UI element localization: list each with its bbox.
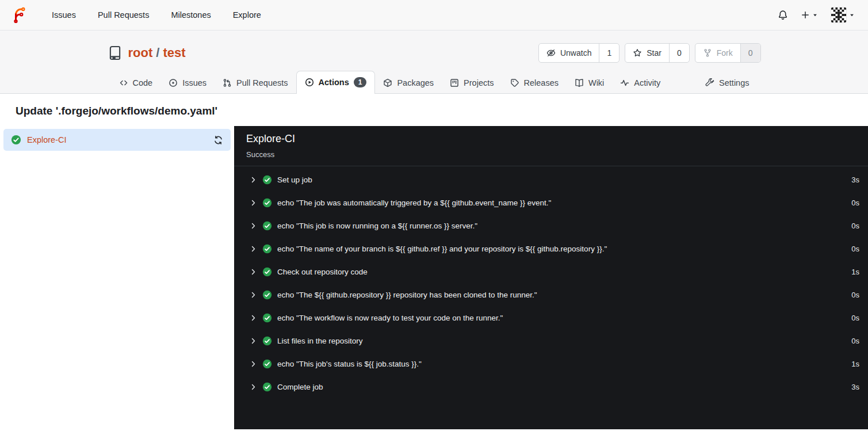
actions-run-page: Update '.forgejo/workflows/demo.yaml' Ex… <box>0 94 868 429</box>
repo-owner-link[interactable]: root <box>128 45 153 60</box>
forgejo-logo-icon <box>12 7 28 23</box>
step-duration: 3s <box>851 383 859 391</box>
step-name: echo "The name of your branch is ${{ git… <box>277 245 607 253</box>
step-row[interactable]: echo "The workflow is now ready to test … <box>234 306 868 329</box>
tab-issues-label: Issues <box>182 78 207 87</box>
step-row[interactable]: echo "This job is now running on a ${{ r… <box>234 214 868 237</box>
tab-releases[interactable]: Releases <box>502 73 567 93</box>
chevron-right-icon <box>250 268 257 276</box>
issue-circle-dot-icon <box>169 78 178 87</box>
step-duration: 0s <box>851 199 859 207</box>
chevron-right-icon <box>250 245 257 253</box>
fork-label: Fork <box>717 48 733 58</box>
tab-settings[interactable]: Settings <box>697 73 757 93</box>
job-status-text: Success <box>246 150 856 159</box>
step-name: echo "The workflow is now ready to test … <box>277 314 503 322</box>
step-duration: 0s <box>851 245 859 253</box>
nav-item-pull-requests[interactable]: Pull Requests <box>87 5 160 25</box>
tab-packages-label: Packages <box>397 78 434 87</box>
step-duration: 0s <box>851 337 859 345</box>
stars-count[interactable]: 0 <box>669 44 689 62</box>
tab-actions-label: Actions <box>319 78 349 87</box>
star-button[interactable]: Star <box>625 44 669 62</box>
chevron-right-icon <box>250 291 257 299</box>
step-row[interactable]: Complete job 3s <box>234 375 868 398</box>
repo-separator: / <box>152 45 163 60</box>
wrench-icon <box>705 78 714 87</box>
success-check-icon <box>262 244 272 254</box>
user-menu[interactable] <box>828 5 857 25</box>
nav-item-milestones[interactable]: Milestones <box>160 5 221 25</box>
pulse-icon <box>620 78 629 87</box>
create-new-button[interactable] <box>798 8 820 22</box>
tab-activity[interactable]: Activity <box>612 73 668 93</box>
step-row[interactable]: echo "The name of your branch is ${{ git… <box>234 237 868 260</box>
nav-item-explore[interactable]: Explore <box>222 5 272 25</box>
fork-icon <box>703 48 712 58</box>
star-icon <box>633 48 642 58</box>
chevron-down-icon <box>812 12 818 18</box>
step-name: Check out repository code <box>277 268 368 276</box>
actions-count-badge: 1 <box>354 77 367 87</box>
fork-button-group: Fork 0 <box>695 43 761 63</box>
job-log-title: Explore-CI <box>246 133 856 145</box>
step-row[interactable]: echo "The job was automatically triggere… <box>234 191 868 214</box>
play-circle-icon <box>305 78 314 87</box>
nav-item-issues[interactable]: Issues <box>41 5 87 25</box>
notifications-button[interactable] <box>775 7 790 22</box>
step-row[interactable]: echo "The ${{ github.repository }} repos… <box>234 283 868 306</box>
success-check-icon <box>262 267 272 277</box>
book-icon <box>575 78 584 87</box>
code-icon <box>119 78 128 87</box>
navbar-right <box>775 5 857 25</box>
forgejo-logo[interactable] <box>11 6 28 24</box>
step-row[interactable]: echo "This job's status is ${{ job.statu… <box>234 352 868 375</box>
tab-actions[interactable]: Actions 1 <box>296 71 376 94</box>
run-title: Update '.forgejo/workflows/demo.yaml' <box>0 94 868 126</box>
success-check-icon <box>262 290 272 300</box>
pull-request-icon <box>223 78 232 87</box>
success-check-icon <box>262 382 272 392</box>
unwatch-button[interactable]: Unwatch <box>539 44 599 62</box>
unwatch-button-group: Unwatch 1 <box>538 43 620 63</box>
job-log-panel: Explore-CI Success Set up job 3s echo "T… <box>234 126 868 429</box>
repo-name: root/test <box>128 45 186 60</box>
rerun-job-button[interactable] <box>213 135 223 145</box>
fork-button[interactable]: Fork <box>695 44 740 62</box>
step-name: echo "The ${{ github.repository }} repos… <box>277 291 537 299</box>
star-label: Star <box>647 48 661 58</box>
forks-count[interactable]: 0 <box>740 44 760 62</box>
tab-projects[interactable]: Projects <box>442 73 502 93</box>
chevron-right-icon <box>250 199 257 207</box>
success-check-icon <box>262 198 272 208</box>
tab-activity-label: Activity <box>634 78 660 87</box>
step-row[interactable]: List files in the repository 0s <box>234 329 868 352</box>
step-row[interactable]: Set up job 3s <box>234 168 868 191</box>
job-item-explore-ci[interactable]: Explore-CI <box>3 129 231 151</box>
tab-projects-label: Projects <box>464 78 494 87</box>
chevron-right-icon <box>250 314 257 322</box>
tab-settings-label: Settings <box>719 78 749 87</box>
tab-code[interactable]: Code <box>111 73 161 93</box>
top-navbar: Issues Pull Requests Milestones Explore <box>0 0 868 30</box>
step-row[interactable]: Check out repository code 1s <box>234 260 868 283</box>
watchers-count[interactable]: 1 <box>599 44 619 62</box>
package-icon <box>383 78 392 87</box>
success-check-icon <box>262 313 272 323</box>
tab-wiki[interactable]: Wiki <box>567 73 612 93</box>
step-name: Complete job <box>277 383 323 391</box>
tab-packages[interactable]: Packages <box>375 73 442 93</box>
repo-title-link[interactable]: test <box>163 45 185 60</box>
step-duration: 0s <box>851 314 859 322</box>
job-name: Explore-CI <box>27 135 67 144</box>
step-name: List files in the repository <box>277 337 363 345</box>
tab-issues[interactable]: Issues <box>160 73 215 93</box>
bell-icon <box>778 10 788 20</box>
chevron-right-icon <box>250 360 257 368</box>
repo-tabs: Code Issues Pull Requests <box>108 70 761 93</box>
unwatch-label: Unwatch <box>560 48 591 58</box>
step-duration: 3s <box>851 176 859 184</box>
tab-pull-requests-label: Pull Requests <box>236 78 288 87</box>
repo-icon <box>108 45 123 60</box>
tab-pull-requests[interactable]: Pull Requests <box>215 73 296 93</box>
